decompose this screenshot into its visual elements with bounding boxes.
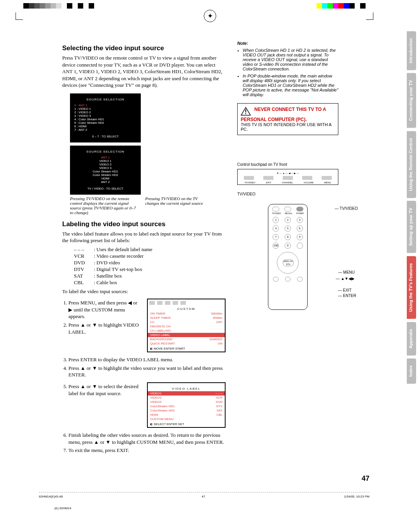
section-tab: Using the Remote Control: [407, 131, 416, 198]
note-heading: Note:: [237, 40, 338, 46]
caption: Pressing TV/VIDEO on the remote control …: [70, 196, 136, 215]
imposition-mark: (E) 62HM14: [54, 506, 71, 510]
body-text: Press TV/VIDEO on the remote control or …: [62, 55, 226, 89]
step: To exit the menu, press EXIT.: [68, 447, 226, 454]
step: Press ENTER to display the VIDEO LABEL m…: [68, 356, 226, 363]
section-tab: Introduction: [407, 31, 416, 70]
steps-list: Press ENTER to display the VIDEO LABEL m…: [68, 356, 226, 378]
remote-diagram: TV/VIDEORECALLPOWER 123 456 789 1000 MEN…: [237, 204, 338, 310]
section-tab: Connecting your TV: [407, 73, 416, 128]
label-definitions: – – – : Uses the default label nameVCR :…: [74, 246, 226, 286]
page-number: 47: [362, 475, 369, 483]
print-color-bar-2: [311, 3, 366, 9]
osd-source-tv: SOURCE SELECTION ANT 1VIDEO 1VIDEO 2VIDE…: [70, 146, 141, 195]
svg-text:!: !: [245, 109, 247, 115]
osd-source-remote: SOURCE SELECTION 0 : ANT 11 : VIDEO 12 :…: [70, 93, 141, 142]
warning-box: ! NEVER CONNECT THIS TV TO A PERSONAL CO…: [237, 103, 338, 135]
crop-mark-icon: [16, 12, 23, 20]
osd-video-label-menu: VIDEO LABEL VIDEO1– – –VIDEO2VCRVIDEO3DV…: [147, 382, 226, 428]
step: Press ▲ or ▼ to highlight the video sour…: [68, 365, 226, 378]
steps-list: Press ▲ or ▼ to select the desired label…: [68, 382, 142, 398]
step: Finish labeling the other video sources …: [68, 432, 226, 445]
section-tab: Using the TV's Features: [407, 256, 416, 319]
touchpad-callout: TV/VIDEO: [237, 192, 338, 196]
heading-labeling-sources: Labeling the video input sources: [62, 220, 226, 228]
section-tabs: IntroductionConnecting your TVUsing the …: [407, 31, 416, 384]
print-footer: 62HM14(E)43-48471/24/05, 10:23 PM: [39, 492, 369, 498]
warning-triangle-icon: !: [241, 107, 251, 117]
section-tab: Index: [407, 359, 416, 384]
crop-mark-icon: [366, 12, 373, 20]
registration-mark-icon: [204, 10, 216, 22]
note-item: In POP double-window mode, the main wind…: [243, 74, 338, 97]
body-text: To label the video input sources:: [62, 288, 226, 295]
touchpad-diagram: ▼ — ▲ — ◀ — ▶ — TV/VIDEOEXITCHANNELVOLUM…: [237, 169, 338, 185]
print-color-bar: [23, 3, 100, 9]
step: Press ▲ or ▼ to highlight VIDEO LABEL.: [68, 322, 142, 335]
step: Press MENU, and then press ◀ or ▶ until …: [68, 299, 142, 320]
section-tab: Setting up your TV: [407, 201, 416, 253]
section-tab: Appendix: [407, 322, 416, 355]
body-text: The video label feature allows you to la…: [62, 230, 226, 244]
touchpad-heading: Control touchpad on TV front: [237, 162, 338, 167]
note-item: When ColorStream HD 1 or HD 2 is selecte…: [243, 48, 338, 71]
heading-selecting-source: Selecting the video input source: [62, 44, 226, 52]
notes-list: When ColorStream HD 1 or HD 2 is selecte…: [243, 48, 338, 97]
step: Press ▲ or ▼ to select the desired label…: [68, 383, 142, 397]
caption: Pressing TV/VIDEO on the TV changes the …: [145, 196, 211, 206]
osd-custom-menu: CUSTOM ON TIMER00h00mSLEEP TIMER0h00mCCO…: [147, 299, 226, 352]
steps-list: Press MENU, and then press ◀ or ▶ until …: [68, 298, 142, 337]
steps-list: Finish labeling the other video sources …: [68, 432, 226, 454]
